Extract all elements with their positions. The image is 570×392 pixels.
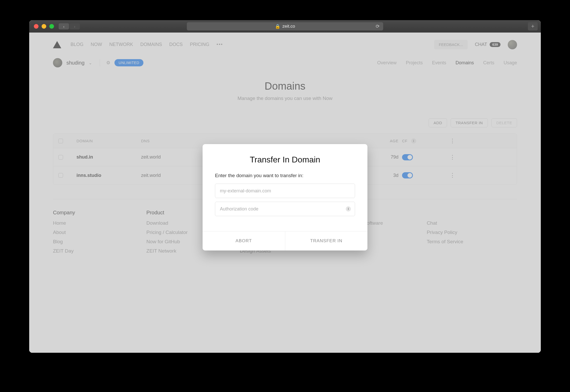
domain-input[interactable]	[215, 184, 355, 198]
info-icon[interactable]: i	[346, 206, 351, 211]
traffic-lights	[34, 24, 54, 29]
page: BLOG NOW NETWORK DOMAINS DOCS PRICING ••…	[29, 33, 541, 353]
auth-code-input[interactable]	[215, 202, 355, 216]
transfer-in-submit-button[interactable]: TRANSFER IN	[285, 231, 368, 250]
transfer-in-modal: Transfer In Domain Enter the domain you …	[203, 144, 367, 250]
close-window-icon[interactable]	[34, 24, 38, 29]
forward-button: ›	[70, 23, 80, 29]
modal-title: Transfer In Domain	[203, 144, 367, 164]
abort-button[interactable]: ABORT	[203, 231, 285, 250]
modal-prompt: Enter the domain you want to transfer in…	[215, 173, 355, 178]
url-bar[interactable]: 🔒 zeit.co ⟳	[187, 22, 383, 30]
reload-icon[interactable]: ⟳	[376, 23, 380, 29]
nav-buttons: ‹ ›	[59, 23, 80, 29]
lock-icon: 🔒	[275, 24, 280, 29]
titlebar: ‹ › 🔒 zeit.co ⟳ +	[29, 20, 541, 33]
maximize-window-icon[interactable]	[49, 24, 54, 29]
modal-footer: ABORT TRANSFER IN	[203, 231, 367, 250]
minimize-window-icon[interactable]	[42, 24, 46, 29]
new-tab-button[interactable]: +	[528, 22, 538, 30]
url-text: zeit.co	[282, 24, 295, 29]
browser-window: ‹ › 🔒 zeit.co ⟳ + BLOG NOW NETWORK DOMAI…	[29, 20, 541, 353]
back-button[interactable]: ‹	[59, 23, 69, 29]
